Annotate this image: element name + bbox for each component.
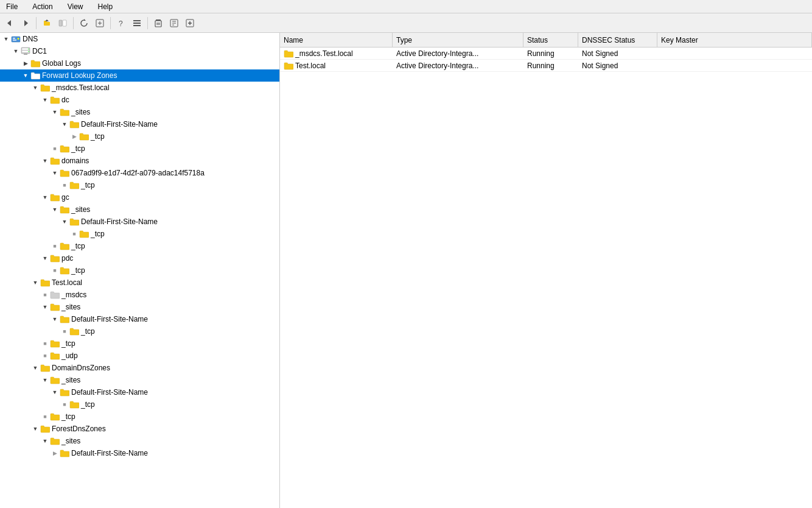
svg-marker-7 [84,19,86,21]
show-hide-button[interactable] [55,16,70,30]
zone-test-local-icon [40,278,50,287]
svg-rect-28 [13,38,15,39]
tree-node-domain-dns-zones[interactable]: ▼ DomainDnsZones [0,362,280,374]
tree-node-dc[interactable]: ▼ dc [0,94,280,106]
msdcs-test-label: _msdcs.Test.local [52,83,110,92]
expand-tcp1b: ■ [50,144,60,153]
folder-sites2-icon [60,205,69,214]
tree-node-forward-lookup-zones[interactable]: ▼ Forward Lookup Zones [0,69,280,82]
tree-node-sites5[interactable]: ▼ _sites [0,435,280,447]
expand-tcp7: ■ [60,400,69,409]
domain-dns-zones-label: DomainDnsZones [52,364,110,372]
tree-node-tcp3[interactable]: ■ _tcp [0,228,280,240]
col-type[interactable]: Type [393,33,523,47]
col-status[interactable]: Status [523,33,578,47]
expand-tcp6: ■ [40,339,50,348]
tree-node-tcp7[interactable]: ■ _tcp [0,398,280,411]
tree-node-tcp2[interactable]: ■ _tcp [0,179,280,191]
sep3 [110,17,111,29]
menu-file[interactable]: File [2,1,21,12]
delete-button[interactable] [151,16,166,30]
expand-gc: ▼ [40,192,50,202]
tree-node-test-local[interactable]: ▼ Test.local [0,277,280,289]
tree-node-tcp8[interactable]: ■ _tcp [0,411,280,423]
tree-node-udp[interactable]: ■ _udp [0,350,280,362]
tree-node-tcp1b[interactable]: ■ _tcp [0,143,280,155]
help-button[interactable]: ? [114,16,128,30]
list-button[interactable] [130,16,144,30]
row1-key-master [657,48,812,59]
forward-lookup-zones-label: Forward Lookup Zones [42,71,117,80]
forward-button[interactable] [18,16,33,30]
export-button[interactable] [93,16,107,30]
tree-node-tcp4[interactable]: ■ _tcp [0,264,280,277]
folder-default3-icon [60,315,69,323]
row2-zone-icon [284,62,293,70]
tree-node-gc[interactable]: ▼ gc [0,191,280,203]
col-dnssec[interactable]: DNSSEC Status [578,33,657,47]
right-panel: Name Type Status DNSSEC Status Key Maste… [280,33,812,508]
row1-status-text: Running [527,49,555,58]
refresh-button[interactable] [77,16,91,30]
folder-pdc-icon [50,254,60,263]
tree-node-tcp5[interactable]: ■ _tcp [0,325,280,337]
folder-tcp1-icon [79,132,89,141]
col-key-master[interactable]: Key Master [657,33,812,47]
tree-node-tcp3b[interactable]: ■ _tcp [0,240,280,252]
menu-action[interactable]: Action [29,1,56,12]
up-button[interactable] [40,16,54,30]
zone-domain-dns-zones-icon [40,364,50,372]
table-row[interactable]: _msdcs.Test.local Active Directory-Integ… [280,48,812,60]
tree-panel[interactable]: ▼ DNS ▼ [0,33,280,508]
tree-node-msdcs-test[interactable]: ▼ _msdcs.Test.local [0,82,280,94]
tcp3-label: _tcp [91,230,105,238]
tree-node-dc1[interactable]: ▼ DC1 [0,45,280,57]
tree-node-default4[interactable]: ▼ Default-First-Site-Name [0,386,280,398]
tree-node-default1[interactable]: ▼ Default-First-Site-Name [0,118,280,130]
forest-dns-zones-label: ForestDnsZones [52,425,106,433]
tree-node-forest-dns-zones[interactable]: ▼ ForestDnsZones [0,423,280,435]
tree-node-domains[interactable]: ▼ domains [0,155,280,167]
back-button[interactable] [2,16,17,30]
dns-label: DNS [23,35,38,43]
svg-rect-36 [24,54,27,55]
tree-node-msdcs[interactable]: ■ _msdcs [0,289,280,301]
col-name[interactable]: Name [280,33,393,47]
server-icon [21,46,30,56]
folder-sites3-icon [50,303,60,311]
expand-default2: ▼ [60,217,69,227]
tree-node-pdc[interactable]: ▼ pdc [0,252,280,264]
menu-view[interactable]: View [64,1,87,12]
tree-node-default2[interactable]: ▼ Default-First-Site-Name [0,216,280,228]
tree-node-sites4[interactable]: ▼ _sites [0,374,280,386]
tree-node-dns[interactable]: ▼ DNS [0,33,280,45]
tree-node-sites1[interactable]: ▼ _sites [0,106,280,118]
data-area[interactable]: _msdcs.Test.local Active Directory-Integ… [280,48,812,508]
row1-type-text: Active Directory-Integra... [396,49,478,58]
folder-default4-icon [60,388,69,397]
new-button[interactable] [183,16,197,30]
expand-tcp4: ■ [50,266,60,275]
udp-label: _udp [61,351,78,360]
properties-button[interactable] [167,16,181,30]
tree-node-default3[interactable]: ▼ Default-First-Site-Name [0,313,280,325]
svg-rect-5 [59,20,62,26]
tree-node-sites3[interactable]: ▼ _sites [0,301,280,313]
default5-label: Default-First-Site-Name [71,449,148,457]
row2-type-text: Active Directory-Integra... [396,62,478,70]
tree-node-global-logs[interactable]: ▶ Global Logs [0,57,280,69]
folder-dc-icon [50,96,60,104]
tree-node-tcp1[interactable]: ▶ _tcp [0,130,280,143]
folder-tcp5-icon [69,327,79,336]
svg-rect-3 [44,22,50,26]
tree-node-tcp6[interactable]: ■ _tcp [0,337,280,350]
row1-type: Active Directory-Integra... [393,48,523,59]
table-row[interactable]: Test.local Active Directory-Integra... R… [280,60,812,72]
row1-dnssec-text: Not Signed [582,49,618,58]
tree-node-default5[interactable]: ▶ Default-First-Site-Name [0,447,280,459]
menu-help[interactable]: Help [94,1,117,12]
expand-sites1: ▼ [50,107,60,117]
dc-label: dc [61,96,69,104]
tree-node-guid[interactable]: ▼ 067ad9f9-e1d7-4d2f-a079-adac14f5718a [0,167,280,179]
tree-node-sites2[interactable]: ▼ _sites [0,203,280,216]
